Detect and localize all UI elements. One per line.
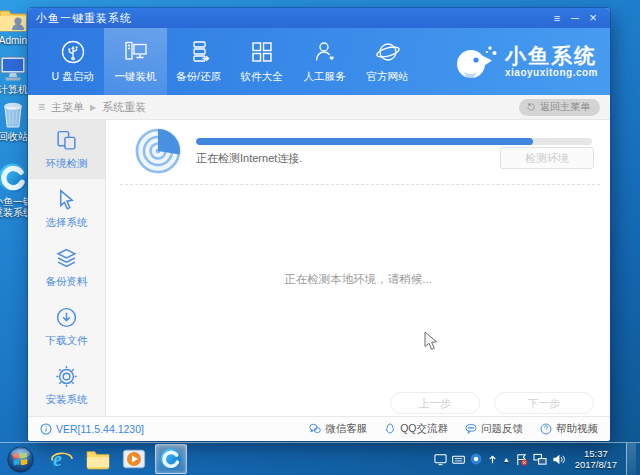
previous-step-button[interactable]: 上一步 <box>390 392 480 414</box>
close-icon[interactable]: × <box>584 9 602 27</box>
version-info: VER[11.5.44.1230] <box>40 423 144 435</box>
tray-action-center-flag-icon[interactable] <box>515 453 528 466</box>
sidebar-item-label: 备份资料 <box>46 275 88 289</box>
tray-network-icon[interactable] <box>533 453 547 466</box>
tray-hidden-icons-caret[interactable]: ▲ <box>503 456 510 463</box>
sidebar-item-install-system[interactable]: 安装系统 <box>28 356 105 415</box>
breadcrumb: ≡ 主菜单 ▶ 系统重装 返回主菜单 <box>28 95 610 120</box>
nav-item-label: 一键装机 <box>115 70 157 84</box>
version-text: VER[11.5.44.1230] <box>56 423 144 435</box>
sidebar-item-backup-data[interactable]: 备份资料 <box>28 238 105 297</box>
start-button[interactable] <box>7 446 34 473</box>
brand-domain: xiaoyuxitong.com <box>505 67 598 78</box>
tray-volume-icon[interactable] <box>552 453 565 466</box>
taskbar-media-player-icon[interactable] <box>119 445 149 473</box>
main-content: 正在检测Internet连接. 检测环境 正在检测本地环境，请稍候... 上一步… <box>106 120 610 416</box>
detecting-spinner-icon <box>133 126 183 176</box>
list-icon: ≡ <box>38 100 45 114</box>
sidebar-item-label: 安装系统 <box>46 393 88 407</box>
breadcrumb-root[interactable]: 主菜单 <box>51 100 84 115</box>
feedback-bubble-icon <box>465 423 477 435</box>
wechat-icon <box>309 423 321 435</box>
nav-item-backup-restore[interactable]: 备份/还原 <box>167 28 230 95</box>
show-desktop-button[interactable] <box>626 443 636 475</box>
next-step-button[interactable]: 下一步 <box>494 392 594 414</box>
sidebar-item-label: 环境检测 <box>46 157 88 171</box>
top-navigation: U 盘启动 一键装机 备份/还原 软件大全 人工服务 官方网站 <box>28 28 610 95</box>
tray-input-method-icon[interactable] <box>470 453 482 465</box>
taskbar-ie-icon[interactable]: e <box>47 445 77 473</box>
window-titlebar[interactable]: 小鱼一键重装系统 ≡ ─ × <box>28 8 610 28</box>
info-icon <box>40 423 52 435</box>
taskbar-explorer-icon[interactable] <box>83 445 113 473</box>
computer-install-icon <box>123 39 149 65</box>
window-title: 小鱼一键重装系统 <box>36 11 548 26</box>
nav-item-usb-boot[interactable]: U 盘启动 <box>41 28 104 95</box>
back-button-label: 返回主菜单 <box>540 100 590 114</box>
nav-item-human-service[interactable]: 人工服务 <box>293 28 356 95</box>
sidebar-item-select-system[interactable]: 选择系统 <box>28 179 105 238</box>
download-icon <box>55 306 78 329</box>
nav-item-label: 人工服务 <box>304 70 346 84</box>
globe-icon <box>375 39 401 65</box>
minimize-icon[interactable]: ─ <box>566 9 584 27</box>
statusbar-links: 微信客服 QQ交流群 问题反馈 帮助视频 <box>309 422 598 436</box>
nav-item-one-click-install[interactable]: 一键装机 <box>104 28 167 95</box>
mouse-cursor <box>424 331 438 351</box>
app-window: 小鱼一键重装系统 ≡ ─ × U 盘启动 一键装机 备份/还原 软件大全 <box>28 8 610 440</box>
sidebar-item-env-detect[interactable]: 环境检测 <box>28 120 105 179</box>
gear-icon <box>55 365 78 388</box>
system-tray: ▲ 15:37 2017/8/17 <box>434 443 640 475</box>
fish-logo-icon <box>452 41 498 83</box>
tray-language-icon[interactable] <box>487 453 498 465</box>
clock-date: 2017/8/17 <box>575 459 617 470</box>
help-video-link[interactable]: 帮助视频 <box>540 422 598 436</box>
wizard-buttons: 上一步 下一步 <box>390 392 594 414</box>
brand-logo: 小鱼系统 xiaoyuxitong.com <box>452 28 598 95</box>
detect-environment-button[interactable]: 检测环境 <box>500 147 594 169</box>
back-to-main-menu-button[interactable]: 返回主菜单 <box>519 99 600 116</box>
apps-grid-icon <box>249 39 275 65</box>
window-statusbar: VER[11.5.44.1230] 微信客服 QQ交流群 问题反馈 帮助视频 <box>28 416 610 441</box>
feedback-link[interactable]: 问题反馈 <box>465 422 523 436</box>
usb-icon <box>60 39 86 65</box>
person-icon <box>312 39 338 65</box>
qq-group-link[interactable]: QQ交流群 <box>384 422 448 436</box>
link-label: QQ交流群 <box>400 422 448 436</box>
detect-progress-bar <box>196 138 592 145</box>
menu-icon[interactable]: ≡ <box>548 9 566 27</box>
brand-name: 小鱼系统 <box>505 45 598 67</box>
link-label: 帮助视频 <box>556 422 598 436</box>
taskbar: e ▲ 15:37 2017/8/17 <box>0 442 640 475</box>
nav-item-software-collection[interactable]: 软件大全 <box>230 28 293 95</box>
window-body: 环境检测 选择系统 备份资料 下载文件 安装系统 <box>28 120 610 416</box>
nav-item-label: 软件大全 <box>241 70 283 84</box>
qq-icon <box>384 423 396 435</box>
svg-text:e: e <box>53 448 62 470</box>
nav-item-label: 官方网站 <box>367 70 409 84</box>
link-label: 问题反馈 <box>481 422 523 436</box>
sidebar-item-label: 下载文件 <box>46 334 88 348</box>
nav-item-label: U 盘启动 <box>52 70 94 84</box>
nav-item-official-website[interactable]: 官方网站 <box>356 28 419 95</box>
tray-display-icon[interactable] <box>434 453 447 466</box>
help-question-icon <box>540 423 552 435</box>
tray-keyboard-icon[interactable] <box>452 453 465 466</box>
sidebar-item-download-files[interactable]: 下载文件 <box>28 297 105 356</box>
return-arrow-icon <box>526 102 536 112</box>
sidebar-item-label: 选择系统 <box>46 216 88 230</box>
server-backup-icon <box>186 39 212 65</box>
center-status-message: 正在检测本地环境，请稍候... <box>106 272 610 287</box>
breadcrumb-arrow-icon: ▶ <box>90 103 96 112</box>
dashed-divider <box>120 184 600 185</box>
detect-status-text: 正在检测Internet连接. <box>196 151 302 166</box>
nav-item-label: 备份/还原 <box>176 70 221 84</box>
breadcrumb-current: 系统重装 <box>102 100 146 115</box>
link-label: 微信客服 <box>325 422 367 436</box>
clock-time: 15:37 <box>575 448 617 459</box>
taskbar-edge-active-icon[interactable] <box>155 444 187 474</box>
progress-fill <box>196 138 533 145</box>
sidebar: 环境检测 选择系统 备份资料 下载文件 安装系统 <box>28 120 106 416</box>
wechat-service-link[interactable]: 微信客服 <box>309 422 367 436</box>
taskbar-clock[interactable]: 15:37 2017/8/17 <box>575 448 617 470</box>
